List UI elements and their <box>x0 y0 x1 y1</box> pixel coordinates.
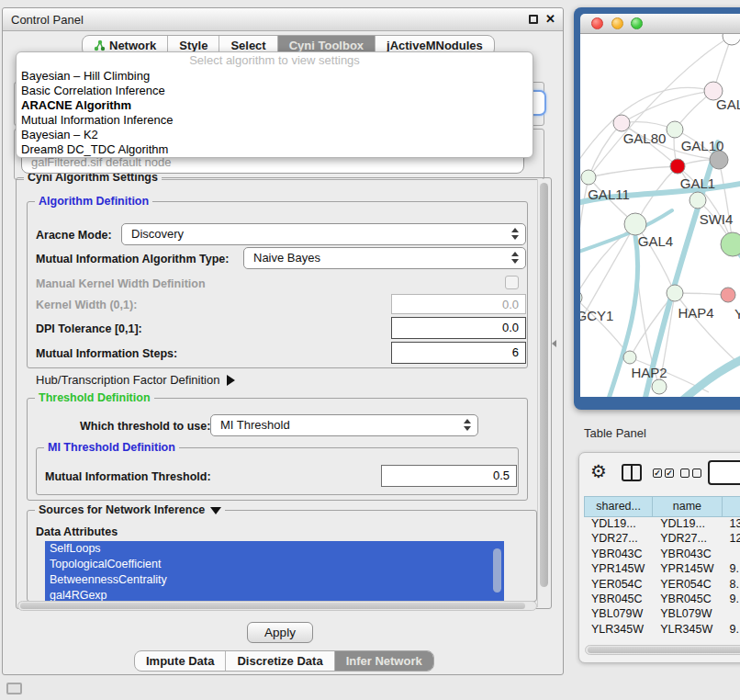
table-row[interactable]: YDL19...YDL19...13 <box>584 517 740 532</box>
hub-definition-toggle[interactable]: Hub/Transcription Factor Definition <box>36 373 235 387</box>
network-edge[interactable] <box>719 160 733 244</box>
network-node-swi4[interactable] <box>690 192 706 209</box>
attribute-list-item[interactable]: SelfLoops <box>45 541 504 557</box>
mi-threshold-field[interactable]: 0.5 <box>381 465 517 487</box>
table-cell: YBL079W <box>584 607 653 622</box>
which-threshold-combobox[interactable]: MI Threshold <box>210 414 478 436</box>
network-node-gal10[interactable] <box>667 121 683 138</box>
node-label: HAP4 <box>678 305 713 321</box>
network-node-gal4[interactable] <box>624 213 646 235</box>
settings-horizontal-scrollbar[interactable] <box>17 601 537 611</box>
split-columns-icon[interactable] <box>622 464 642 481</box>
network-edge[interactable] <box>589 166 678 177</box>
panel-splitter-handle[interactable] <box>552 340 556 347</box>
spinner-arrows-icon <box>464 419 471 431</box>
unchecked-box-icon[interactable] <box>680 469 690 478</box>
manual-kernel-checkbox[interactable] <box>505 276 519 289</box>
table-row[interactable]: YDR27...YDR27...12 <box>584 532 740 547</box>
kernel-width-field[interactable]: 0.0 <box>391 294 526 314</box>
table-row[interactable]: YLR345WYLR345W9. <box>584 623 740 638</box>
table-cell: YPR145W <box>584 562 653 577</box>
algorithm-option[interactable]: ARACNE Algorithm <box>17 98 533 113</box>
dpi-tolerance-field[interactable]: 0.0 <box>391 317 526 339</box>
collapsed-panel-button[interactable] <box>6 683 22 694</box>
unchecked-box-icon[interactable] <box>692 469 701 478</box>
mac-close-icon[interactable] <box>591 17 603 29</box>
table-panel-title: Table Panel <box>584 426 646 440</box>
network-node-gal1[interactable] <box>670 159 685 174</box>
network-edge[interactable] <box>589 123 622 177</box>
tab-discretize-data[interactable]: Discretize Data <box>226 651 334 671</box>
algorithm-option[interactable]: Bayesian – K2 <box>17 128 533 142</box>
network-canvas[interactable]: GALGAL80GAL10GAL1GAL11SWI4GAL4GCY1HAP4YH… <box>580 34 740 397</box>
column-header-cutoff[interactable] <box>723 496 740 517</box>
table-cell: 13 <box>722 517 740 532</box>
kernel-width-label: Kernel Width (0,1): <box>36 299 137 311</box>
mac-zoom-icon[interactable] <box>631 17 643 29</box>
tab-impute-data[interactable]: Impute Data <box>135 651 226 671</box>
sources-group-title[interactable]: Sources for Network Inference <box>35 503 225 516</box>
attributes-list-scrollbar[interactable] <box>493 548 501 593</box>
apply-button[interactable]: Apply <box>247 622 313 643</box>
attribute-list-item[interactable]: TopologicalCoefficient <box>45 557 504 572</box>
gear-icon[interactable]: ⚙ <box>590 460 607 482</box>
control-panel-window: Control Panel ✕ Network Style Select Cyn… <box>2 7 564 675</box>
tab-network-label: Network <box>109 39 156 52</box>
settings-vertical-scrollbar[interactable] <box>537 179 549 607</box>
network-node[interactable] <box>723 34 740 45</box>
algorithm-option[interactable]: Bayesian – Hill Climbing <box>17 69 533 84</box>
network-edge[interactable] <box>675 293 740 365</box>
table-cell: YBR045C <box>584 593 653 607</box>
close-icon[interactable]: ✕ <box>545 12 555 26</box>
attribute-list-item[interactable]: BetweennessCentrality <box>45 572 504 588</box>
table-row[interactable]: YBR045CYBR045C9. <box>584 593 740 607</box>
table-row[interactable]: YPR145WYPR145W9. <box>584 562 740 577</box>
node-table: shared... name YDL19...YDL19...13YDR27..… <box>584 496 740 638</box>
column-header-shared-name[interactable]: shared... <box>584 496 653 517</box>
aracne-mode-combobox[interactable]: Discovery <box>121 223 526 245</box>
table-cell: YBR043C <box>584 548 653 562</box>
network-edge[interactable] <box>622 91 713 123</box>
network-node[interactable] <box>710 151 728 169</box>
table-row[interactable]: YBL079WYBL079W <box>584 607 740 622</box>
network-node-y[interactable] <box>721 288 735 302</box>
kernel-width-value: 0.0 <box>502 298 519 311</box>
dropdown-placeholder: Select algorithm to view settings <box>17 53 533 69</box>
network-node-gcy1[interactable] <box>580 290 582 305</box>
table-cell: YBR043C <box>653 548 722 562</box>
node-label: GAL11 <box>588 186 630 202</box>
algorithm-option[interactable]: Dream8 DC_TDC Algorithm <box>17 142 533 157</box>
which-threshold-value: MI Threshold <box>220 418 290 432</box>
sources-title-label: Sources for Network Inference <box>39 503 205 516</box>
column-header-name[interactable]: name <box>653 496 722 517</box>
network-node[interactable] <box>652 379 667 394</box>
table-row[interactable]: YBR043CYBR043C <box>584 548 740 562</box>
checked-box-icon[interactable]: ✓ <box>653 469 662 478</box>
checked-box-icon[interactable]: ✓ <box>665 469 674 478</box>
table-cell: YDL19... <box>653 517 722 532</box>
network-edge-highlighted[interactable] <box>681 354 740 397</box>
node-label: GAL1 <box>680 175 715 191</box>
network-node-hap4[interactable] <box>667 285 683 301</box>
table-row[interactable]: YER054CYER054C8. <box>584 578 740 593</box>
network-node-hap2[interactable] <box>623 351 636 364</box>
network-node[interactable] <box>721 232 740 256</box>
table-cell: YLR345W <box>653 623 722 638</box>
table-horizontal-scrollbar[interactable] <box>585 645 740 655</box>
mi-type-combobox[interactable]: Naive Bayes <box>243 247 526 269</box>
network-node-gal80[interactable] <box>613 115 630 131</box>
table-cell <box>722 607 740 622</box>
mi-steps-field[interactable]: 6 <box>391 342 526 364</box>
algorithm-option[interactable]: Basic Correlation Inference <box>17 84 533 98</box>
network-node-gal11[interactable] <box>581 170 596 185</box>
network-window-titlebar[interactable] <box>580 14 740 34</box>
mac-minimize-icon[interactable] <box>611 17 623 29</box>
algorithm-option[interactable]: Mutual Information Inference <box>17 113 533 128</box>
threshold-definition-title: Threshold Definition <box>35 391 154 404</box>
float-window-icon[interactable] <box>529 15 538 24</box>
table-function-icon[interactable] <box>708 460 740 485</box>
table-cell: YPR145W <box>653 562 722 577</box>
table-cell: YDR27... <box>584 532 653 547</box>
tab-infer-network[interactable]: Infer Network <box>335 651 433 671</box>
data-attributes-list: SelfLoopsTopologicalCoefficientBetweenne… <box>45 541 504 604</box>
